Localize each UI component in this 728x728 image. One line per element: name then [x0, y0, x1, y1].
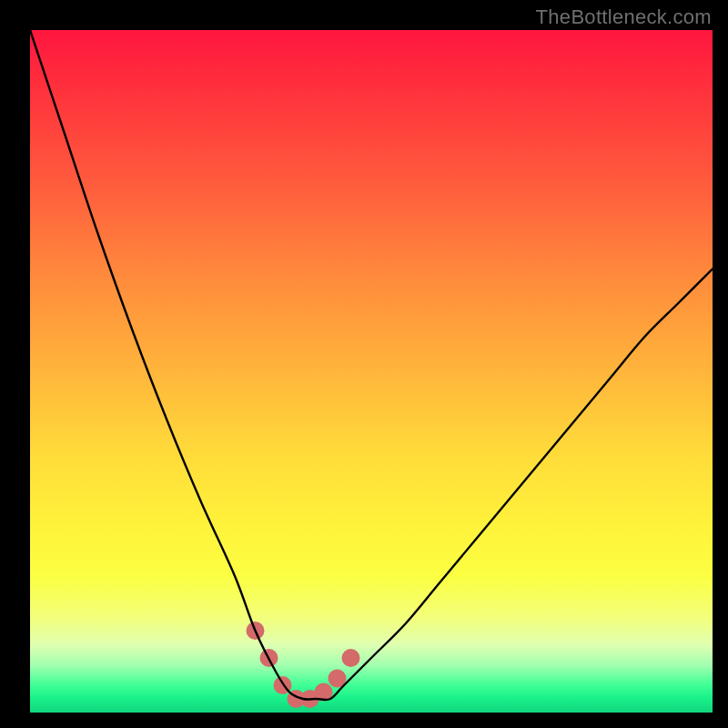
dip-marker-dots: [247, 622, 360, 708]
bottleneck-curve-path: [30, 30, 713, 700]
plot-area: [30, 30, 713, 713]
curve-svg: [30, 30, 713, 713]
watermark-text: TheBottleneck.com: [536, 5, 712, 29]
chart-frame: TheBottleneck.com: [0, 0, 728, 728]
dip-marker-dot: [342, 649, 360, 667]
